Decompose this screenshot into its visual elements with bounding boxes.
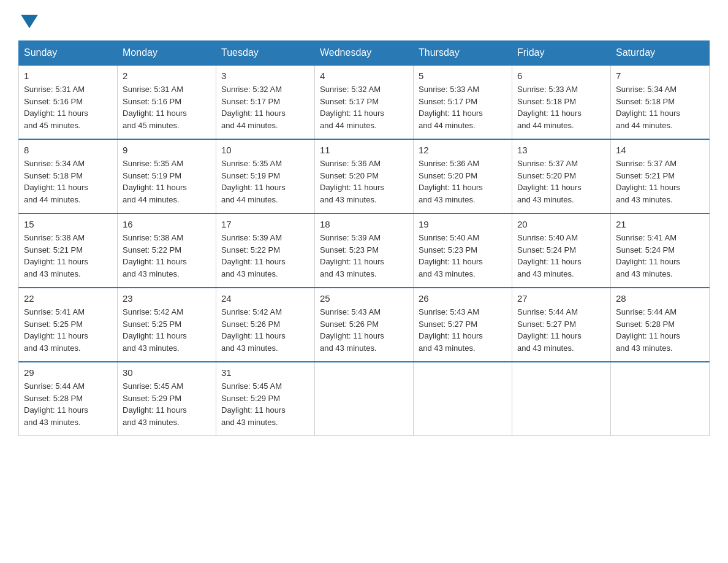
week-row-1: 1 Sunrise: 5:31 AM Sunset: 5:16 PM Dayli… <box>19 65 710 139</box>
column-header-friday: Friday <box>512 41 611 66</box>
day-number: 29 <box>24 367 112 378</box>
calendar-header-row: SundayMondayTuesdayWednesdayThursdayFrid… <box>19 41 710 66</box>
calendar-cell: 28 Sunrise: 5:44 AM Sunset: 5:28 PM Dayl… <box>611 288 710 362</box>
day-info: Sunrise: 5:34 AM Sunset: 5:18 PM Dayligh… <box>24 158 112 205</box>
day-number: 31 <box>221 367 309 378</box>
day-info: Sunrise: 5:44 AM Sunset: 5:28 PM Dayligh… <box>24 380 112 428</box>
day-info: Sunrise: 5:41 AM Sunset: 5:25 PM Dayligh… <box>24 306 112 354</box>
calendar-cell: 7 Sunrise: 5:34 AM Sunset: 5:18 PM Dayli… <box>611 65 710 139</box>
calendar-cell: 24 Sunrise: 5:42 AM Sunset: 5:26 PM Dayl… <box>216 288 315 362</box>
calendar-cell: 15 Sunrise: 5:38 AM Sunset: 5:21 PM Dayl… <box>19 213 118 288</box>
calendar-cell: 22 Sunrise: 5:41 AM Sunset: 5:25 PM Dayl… <box>19 288 118 362</box>
day-info: Sunrise: 5:42 AM Sunset: 5:26 PM Dayligh… <box>221 306 309 354</box>
day-info: Sunrise: 5:36 AM Sunset: 5:20 PM Dayligh… <box>419 158 507 205</box>
column-header-tuesday: Tuesday <box>216 41 315 66</box>
day-info: Sunrise: 5:37 AM Sunset: 5:20 PM Dayligh… <box>517 158 605 205</box>
day-info: Sunrise: 5:38 AM Sunset: 5:21 PM Dayligh… <box>24 232 112 280</box>
calendar-cell: 25 Sunrise: 5:43 AM Sunset: 5:26 PM Dayl… <box>315 288 414 362</box>
week-row-2: 8 Sunrise: 5:34 AM Sunset: 5:18 PM Dayli… <box>19 139 710 213</box>
day-info: Sunrise: 5:44 AM Sunset: 5:28 PM Dayligh… <box>616 306 704 354</box>
calendar-cell: 13 Sunrise: 5:37 AM Sunset: 5:20 PM Dayl… <box>512 139 611 213</box>
calendar-cell: 5 Sunrise: 5:33 AM Sunset: 5:17 PM Dayli… <box>414 65 512 139</box>
day-info: Sunrise: 5:40 AM Sunset: 5:23 PM Dayligh… <box>419 232 507 280</box>
calendar-cell: 21 Sunrise: 5:41 AM Sunset: 5:24 PM Dayl… <box>611 213 710 288</box>
day-info: Sunrise: 5:41 AM Sunset: 5:24 PM Dayligh… <box>616 232 704 280</box>
day-info: Sunrise: 5:44 AM Sunset: 5:27 PM Dayligh… <box>517 306 605 354</box>
day-number: 3 <box>221 71 309 81</box>
day-number: 30 <box>123 367 211 378</box>
day-info: Sunrise: 5:34 AM Sunset: 5:18 PM Dayligh… <box>616 83 704 131</box>
calendar-cell: 17 Sunrise: 5:39 AM Sunset: 5:22 PM Dayl… <box>216 213 315 288</box>
calendar-cell: 4 Sunrise: 5:32 AM Sunset: 5:17 PM Dayli… <box>315 65 414 139</box>
day-number: 2 <box>123 71 211 81</box>
day-info: Sunrise: 5:31 AM Sunset: 5:16 PM Dayligh… <box>123 83 211 131</box>
day-number: 1 <box>24 71 112 81</box>
day-info: Sunrise: 5:33 AM Sunset: 5:17 PM Dayligh… <box>419 83 507 131</box>
day-number: 20 <box>517 219 605 229</box>
day-number: 4 <box>320 71 408 81</box>
week-row-5: 29 Sunrise: 5:44 AM Sunset: 5:28 PM Dayl… <box>19 362 710 436</box>
day-number: 21 <box>616 219 704 229</box>
day-info: Sunrise: 5:37 AM Sunset: 5:21 PM Dayligh… <box>616 158 704 205</box>
calendar-cell: 11 Sunrise: 5:36 AM Sunset: 5:20 PM Dayl… <box>315 139 414 213</box>
day-number: 25 <box>320 293 408 304</box>
calendar-cell <box>315 362 414 436</box>
calendar-cell: 1 Sunrise: 5:31 AM Sunset: 5:16 PM Dayli… <box>19 65 118 139</box>
calendar-cell: 16 Sunrise: 5:38 AM Sunset: 5:22 PM Dayl… <box>118 213 216 288</box>
day-number: 17 <box>221 219 309 229</box>
day-number: 15 <box>24 219 112 229</box>
calendar-cell: 12 Sunrise: 5:36 AM Sunset: 5:20 PM Dayl… <box>414 139 512 213</box>
logo-triangle-icon <box>21 15 38 28</box>
calendar-cell: 2 Sunrise: 5:31 AM Sunset: 5:16 PM Dayli… <box>118 65 216 139</box>
day-info: Sunrise: 5:43 AM Sunset: 5:27 PM Dayligh… <box>419 306 507 354</box>
day-number: 19 <box>419 219 507 229</box>
day-info: Sunrise: 5:31 AM Sunset: 5:16 PM Dayligh… <box>24 83 112 131</box>
calendar-cell: 6 Sunrise: 5:33 AM Sunset: 5:18 PM Dayli… <box>512 65 611 139</box>
day-info: Sunrise: 5:45 AM Sunset: 5:29 PM Dayligh… <box>123 380 211 428</box>
day-number: 9 <box>123 145 211 155</box>
logo <box>18 12 38 28</box>
calendar-cell <box>414 362 512 436</box>
calendar-cell: 18 Sunrise: 5:39 AM Sunset: 5:23 PM Dayl… <box>315 213 414 288</box>
day-info: Sunrise: 5:36 AM Sunset: 5:20 PM Dayligh… <box>320 158 408 205</box>
day-info: Sunrise: 5:33 AM Sunset: 5:18 PM Dayligh… <box>517 83 605 131</box>
day-info: Sunrise: 5:42 AM Sunset: 5:25 PM Dayligh… <box>123 306 211 354</box>
calendar-cell: 8 Sunrise: 5:34 AM Sunset: 5:18 PM Dayli… <box>19 139 118 213</box>
calendar-cell: 9 Sunrise: 5:35 AM Sunset: 5:19 PM Dayli… <box>118 139 216 213</box>
day-info: Sunrise: 5:40 AM Sunset: 5:24 PM Dayligh… <box>517 232 605 280</box>
calendar-cell: 20 Sunrise: 5:40 AM Sunset: 5:24 PM Dayl… <box>512 213 611 288</box>
day-info: Sunrise: 5:32 AM Sunset: 5:17 PM Dayligh… <box>320 83 408 131</box>
calendar-cell: 29 Sunrise: 5:44 AM Sunset: 5:28 PM Dayl… <box>19 362 118 436</box>
column-header-sunday: Sunday <box>19 41 118 66</box>
calendar-table: SundayMondayTuesdayWednesdayThursdayFrid… <box>18 40 710 436</box>
week-row-3: 15 Sunrise: 5:38 AM Sunset: 5:21 PM Dayl… <box>19 213 710 288</box>
calendar-cell: 26 Sunrise: 5:43 AM Sunset: 5:27 PM Dayl… <box>414 288 512 362</box>
column-header-saturday: Saturday <box>611 41 710 66</box>
day-number: 27 <box>517 293 605 304</box>
calendar-cell: 30 Sunrise: 5:45 AM Sunset: 5:29 PM Dayl… <box>118 362 216 436</box>
day-number: 23 <box>123 293 211 304</box>
day-number: 24 <box>221 293 309 304</box>
calendar-cell: 3 Sunrise: 5:32 AM Sunset: 5:17 PM Dayli… <box>216 65 315 139</box>
calendar-cell: 27 Sunrise: 5:44 AM Sunset: 5:27 PM Dayl… <box>512 288 611 362</box>
day-info: Sunrise: 5:39 AM Sunset: 5:23 PM Dayligh… <box>320 232 408 280</box>
column-header-monday: Monday <box>118 41 216 66</box>
day-info: Sunrise: 5:35 AM Sunset: 5:19 PM Dayligh… <box>221 158 309 205</box>
day-number: 14 <box>616 145 704 155</box>
day-number: 6 <box>517 71 605 81</box>
day-number: 12 <box>419 145 507 155</box>
day-number: 18 <box>320 219 408 229</box>
day-info: Sunrise: 5:43 AM Sunset: 5:26 PM Dayligh… <box>320 306 408 354</box>
day-number: 10 <box>221 145 309 155</box>
calendar-cell: 19 Sunrise: 5:40 AM Sunset: 5:23 PM Dayl… <box>414 213 512 288</box>
day-number: 7 <box>616 71 704 81</box>
day-info: Sunrise: 5:45 AM Sunset: 5:29 PM Dayligh… <box>221 380 309 428</box>
column-header-wednesday: Wednesday <box>315 41 414 66</box>
calendar-cell: 14 Sunrise: 5:37 AM Sunset: 5:21 PM Dayl… <box>611 139 710 213</box>
calendar-cell <box>611 362 710 436</box>
day-number: 16 <box>123 219 211 229</box>
calendar-cell: 10 Sunrise: 5:35 AM Sunset: 5:19 PM Dayl… <box>216 139 315 213</box>
day-number: 11 <box>320 145 408 155</box>
day-info: Sunrise: 5:39 AM Sunset: 5:22 PM Dayligh… <box>221 232 309 280</box>
day-number: 26 <box>419 293 507 304</box>
